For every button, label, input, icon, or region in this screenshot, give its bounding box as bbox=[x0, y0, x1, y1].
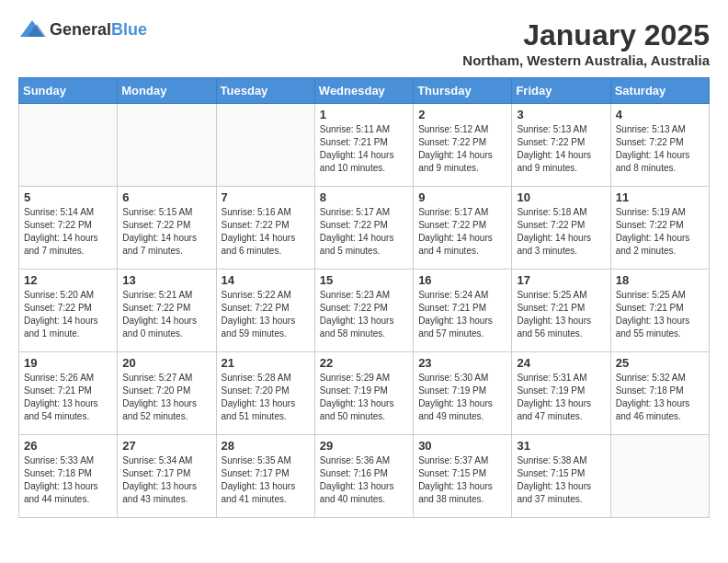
logo: GeneralBlue bbox=[18, 18, 147, 40]
calendar-cell: 11Sunrise: 5:19 AM Sunset: 7:22 PM Dayli… bbox=[610, 187, 709, 270]
day-number: 16 bbox=[418, 273, 506, 287]
day-info: Sunrise: 5:32 AM Sunset: 7:18 PM Dayligh… bbox=[616, 372, 704, 423]
day-info: Sunrise: 5:35 AM Sunset: 7:17 PM Dayligh… bbox=[222, 454, 310, 506]
day-info: Sunrise: 5:13 AM Sunset: 7:22 PM Dayligh… bbox=[616, 123, 704, 175]
calendar-cell: 21Sunrise: 5:28 AM Sunset: 7:20 PM Dayli… bbox=[216, 352, 314, 435]
day-info: Sunrise: 5:25 AM Sunset: 7:21 PM Dayligh… bbox=[517, 289, 605, 340]
day-info: Sunrise: 5:14 AM Sunset: 7:22 PM Dayligh… bbox=[24, 206, 112, 258]
day-info: Sunrise: 5:36 AM Sunset: 7:16 PM Dayligh… bbox=[320, 454, 408, 506]
calendar-week-3: 12Sunrise: 5:20 AM Sunset: 7:22 PM Dayli… bbox=[19, 270, 710, 352]
calendar-cell: 10Sunrise: 5:18 AM Sunset: 7:22 PM Dayli… bbox=[512, 187, 610, 270]
calendar-body: 1Sunrise: 5:11 AM Sunset: 7:21 PM Daylig… bbox=[19, 104, 710, 518]
day-number: 30 bbox=[418, 439, 506, 453]
day-info: Sunrise: 5:29 AM Sunset: 7:19 PM Dayligh… bbox=[320, 372, 408, 423]
day-info: Sunrise: 5:27 AM Sunset: 7:20 PM Dayligh… bbox=[122, 372, 210, 423]
day-number: 20 bbox=[122, 356, 210, 370]
day-info: Sunrise: 5:33 AM Sunset: 7:18 PM Dayligh… bbox=[24, 454, 112, 506]
day-info: Sunrise: 5:20 AM Sunset: 7:22 PM Dayligh… bbox=[24, 289, 112, 340]
calendar-cell: 19Sunrise: 5:26 AM Sunset: 7:21 PM Dayli… bbox=[19, 352, 118, 435]
calendar-cell: 5Sunrise: 5:14 AM Sunset: 7:22 PM Daylig… bbox=[19, 187, 118, 270]
day-number: 22 bbox=[320, 356, 408, 370]
calendar-cell: 25Sunrise: 5:32 AM Sunset: 7:18 PM Dayli… bbox=[610, 352, 709, 435]
calendar-cell: 26Sunrise: 5:33 AM Sunset: 7:18 PM Dayli… bbox=[19, 435, 118, 518]
day-info: Sunrise: 5:37 AM Sunset: 7:15 PM Dayligh… bbox=[418, 454, 506, 506]
calendar-cell bbox=[118, 104, 216, 187]
day-info: Sunrise: 5:34 AM Sunset: 7:17 PM Dayligh… bbox=[122, 454, 210, 506]
calendar-cell: 18Sunrise: 5:25 AM Sunset: 7:21 PM Dayli… bbox=[610, 270, 709, 352]
day-info: Sunrise: 5:38 AM Sunset: 7:15 PM Dayligh… bbox=[517, 454, 605, 506]
calendar-cell: 2Sunrise: 5:12 AM Sunset: 7:22 PM Daylig… bbox=[414, 104, 512, 187]
weekday-header-tuesday: Tuesday bbox=[216, 78, 314, 104]
day-number: 14 bbox=[222, 273, 310, 287]
calendar-cell: 4Sunrise: 5:13 AM Sunset: 7:22 PM Daylig… bbox=[610, 104, 709, 187]
logo-icon bbox=[18, 18, 46, 40]
weekday-header-thursday: Thursday bbox=[414, 78, 512, 104]
day-number: 10 bbox=[517, 190, 605, 204]
calendar-cell: 9Sunrise: 5:17 AM Sunset: 7:22 PM Daylig… bbox=[414, 187, 512, 270]
calendar-cell: 28Sunrise: 5:35 AM Sunset: 7:17 PM Dayli… bbox=[216, 435, 314, 518]
day-number: 11 bbox=[616, 190, 704, 204]
day-number: 25 bbox=[616, 356, 704, 370]
calendar-cell: 27Sunrise: 5:34 AM Sunset: 7:17 PM Dayli… bbox=[118, 435, 216, 518]
weekday-header-wednesday: Wednesday bbox=[314, 78, 413, 104]
calendar-cell bbox=[610, 435, 709, 518]
day-number: 19 bbox=[24, 356, 112, 370]
day-number: 21 bbox=[222, 356, 310, 370]
day-info: Sunrise: 5:23 AM Sunset: 7:22 PM Dayligh… bbox=[320, 289, 408, 340]
calendar-cell: 6Sunrise: 5:15 AM Sunset: 7:22 PM Daylig… bbox=[118, 187, 216, 270]
day-number: 15 bbox=[320, 273, 408, 287]
calendar-cell: 20Sunrise: 5:27 AM Sunset: 7:20 PM Dayli… bbox=[118, 352, 216, 435]
day-number: 27 bbox=[122, 439, 210, 453]
day-info: Sunrise: 5:21 AM Sunset: 7:22 PM Dayligh… bbox=[122, 289, 210, 340]
day-info: Sunrise: 5:15 AM Sunset: 7:22 PM Dayligh… bbox=[122, 206, 210, 258]
weekday-header-friday: Friday bbox=[512, 78, 610, 104]
weekday-header-row: SundayMondayTuesdayWednesdayThursdayFrid… bbox=[19, 78, 710, 104]
day-number: 13 bbox=[122, 273, 210, 287]
day-number: 5 bbox=[24, 190, 112, 204]
day-info: Sunrise: 5:17 AM Sunset: 7:22 PM Dayligh… bbox=[320, 206, 408, 258]
day-number: 18 bbox=[616, 273, 704, 287]
calendar-cell: 14Sunrise: 5:22 AM Sunset: 7:22 PM Dayli… bbox=[216, 270, 314, 352]
day-number: 17 bbox=[517, 273, 605, 287]
day-info: Sunrise: 5:19 AM Sunset: 7:22 PM Dayligh… bbox=[616, 206, 704, 258]
day-number: 4 bbox=[616, 108, 704, 121]
day-info: Sunrise: 5:18 AM Sunset: 7:22 PM Dayligh… bbox=[517, 206, 605, 258]
day-number: 3 bbox=[517, 108, 605, 121]
calendar-cell bbox=[216, 104, 314, 187]
day-number: 29 bbox=[320, 439, 408, 453]
day-number: 7 bbox=[222, 190, 310, 204]
weekday-header-monday: Monday bbox=[118, 78, 216, 104]
calendar-cell: 17Sunrise: 5:25 AM Sunset: 7:21 PM Dayli… bbox=[512, 270, 610, 352]
day-info: Sunrise: 5:26 AM Sunset: 7:21 PM Dayligh… bbox=[24, 372, 112, 423]
calendar-week-2: 5Sunrise: 5:14 AM Sunset: 7:22 PM Daylig… bbox=[19, 187, 710, 270]
calendar-cell: 30Sunrise: 5:37 AM Sunset: 7:15 PM Dayli… bbox=[414, 435, 512, 518]
day-info: Sunrise: 5:11 AM Sunset: 7:21 PM Dayligh… bbox=[320, 123, 408, 175]
day-info: Sunrise: 5:22 AM Sunset: 7:22 PM Dayligh… bbox=[222, 289, 310, 340]
day-number: 26 bbox=[24, 439, 112, 453]
day-info: Sunrise: 5:17 AM Sunset: 7:22 PM Dayligh… bbox=[418, 206, 506, 258]
calendar-week-5: 26Sunrise: 5:33 AM Sunset: 7:18 PM Dayli… bbox=[19, 435, 710, 518]
calendar-cell: 22Sunrise: 5:29 AM Sunset: 7:19 PM Dayli… bbox=[314, 352, 413, 435]
day-info: Sunrise: 5:25 AM Sunset: 7:21 PM Dayligh… bbox=[616, 289, 704, 340]
day-number: 2 bbox=[418, 108, 506, 121]
day-info: Sunrise: 5:31 AM Sunset: 7:19 PM Dayligh… bbox=[517, 372, 605, 423]
weekday-header-sunday: Sunday bbox=[19, 78, 118, 104]
weekday-header-saturday: Saturday bbox=[610, 78, 709, 104]
day-number: 24 bbox=[517, 356, 605, 370]
calendar-cell: 3Sunrise: 5:13 AM Sunset: 7:22 PM Daylig… bbox=[512, 104, 610, 187]
calendar-cell: 13Sunrise: 5:21 AM Sunset: 7:22 PM Dayli… bbox=[118, 270, 216, 352]
day-number: 23 bbox=[418, 356, 506, 370]
calendar-cell: 23Sunrise: 5:30 AM Sunset: 7:19 PM Dayli… bbox=[414, 352, 512, 435]
day-number: 1 bbox=[320, 108, 408, 121]
calendar-cell: 29Sunrise: 5:36 AM Sunset: 7:16 PM Dayli… bbox=[314, 435, 413, 518]
location: Northam, Western Australia, Australia bbox=[462, 52, 710, 68]
logo-blue: Blue bbox=[111, 20, 147, 39]
calendar-cell: 12Sunrise: 5:20 AM Sunset: 7:22 PM Dayli… bbox=[19, 270, 118, 352]
title-block: January 2025 Northam, Western Australia,… bbox=[462, 18, 710, 68]
day-number: 6 bbox=[122, 190, 210, 204]
calendar-table: SundayMondayTuesdayWednesdayThursdayFrid… bbox=[18, 77, 710, 518]
day-number: 12 bbox=[24, 273, 112, 287]
day-info: Sunrise: 5:30 AM Sunset: 7:19 PM Dayligh… bbox=[418, 372, 506, 423]
page-header: GeneralBlue January 2025 Northam, Wester… bbox=[18, 18, 710, 68]
day-info: Sunrise: 5:28 AM Sunset: 7:20 PM Dayligh… bbox=[222, 372, 310, 423]
